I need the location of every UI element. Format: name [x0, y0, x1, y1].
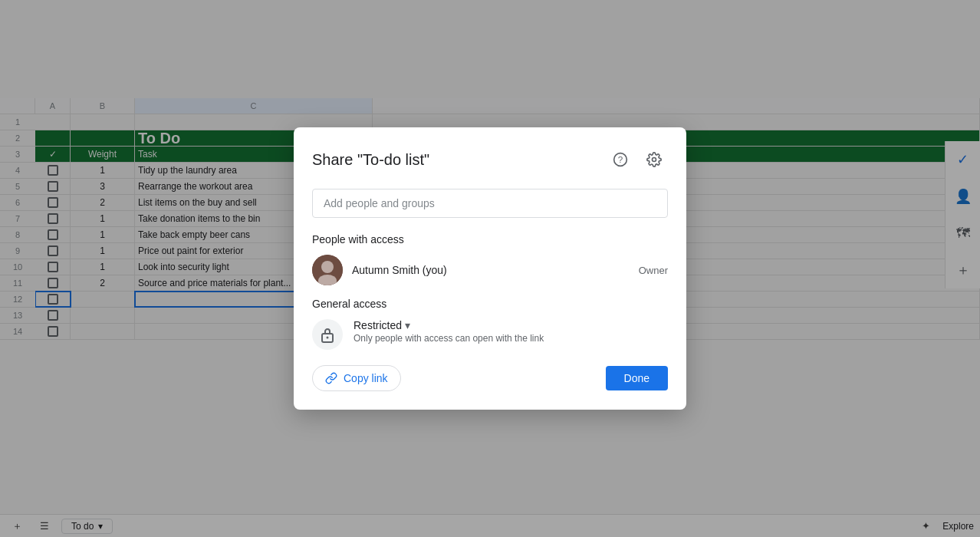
chevron-down-icon: ▾ [405, 319, 410, 331]
people-with-access-label: People with access [312, 233, 668, 245]
help-icon[interactable]: ? [607, 146, 634, 173]
done-button[interactable]: Done [606, 366, 668, 390]
modal-header-icons: ? [607, 146, 668, 173]
access-type-label: Restricted [354, 319, 402, 331]
svg-point-10 [321, 261, 334, 273]
copy-link-label: Copy link [344, 372, 388, 384]
person-avatar [312, 255, 343, 285]
modal-footer: Copy link Done [312, 365, 668, 391]
lock-icon-wrap [312, 319, 343, 350]
modal-title: Share "To-do list" [312, 151, 429, 169]
person-name: Autumn Smith (you) [352, 264, 630, 276]
svg-point-13 [327, 337, 329, 339]
person-row: Autumn Smith (you) Owner [312, 255, 668, 285]
general-access-label: General access [312, 298, 668, 310]
modal-overlay[interactable]: Share "To-do list" ? [0, 0, 980, 537]
modal-header: Share "To-do list" ? [312, 146, 668, 173]
link-icon [325, 372, 337, 384]
person-info: Autumn Smith (you) [352, 264, 630, 276]
add-people-input-wrap[interactable] [312, 189, 668, 218]
share-dialog: Share "To-do list" ? [294, 127, 686, 410]
add-people-input[interactable] [324, 197, 656, 209]
general-access-section: Restricted ▾ Only people with access can… [312, 319, 668, 350]
settings-icon[interactable] [640, 146, 668, 173]
access-info: Restricted ▾ Only people with access can… [354, 319, 668, 344]
person-role: Owner [639, 265, 668, 276]
access-row: Restricted ▾ Only people with access can… [312, 319, 668, 350]
copy-link-button[interactable]: Copy link [312, 365, 401, 391]
access-type-row[interactable]: Restricted ▾ [354, 319, 668, 331]
svg-text:?: ? [618, 154, 623, 164]
access-description: Only people with access can open with th… [354, 333, 668, 344]
